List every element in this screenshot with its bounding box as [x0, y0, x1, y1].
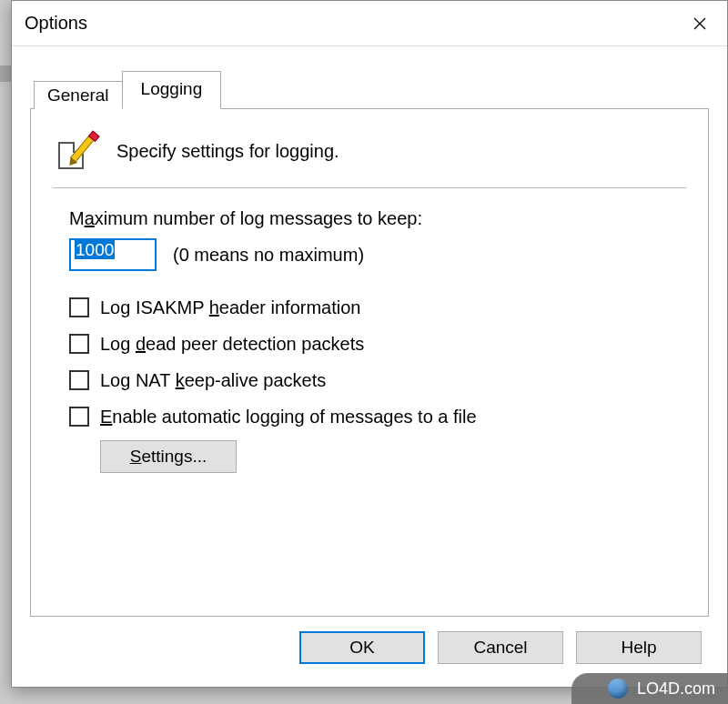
max-messages-input[interactable]: 1000 — [69, 238, 157, 271]
tab-general[interactable]: General — [34, 81, 123, 109]
globe-icon — [608, 679, 628, 699]
options-dialog: Options General Logging Specify settings… — [11, 0, 728, 688]
divider — [53, 187, 686, 188]
max-messages-hint: (0 means no maximum) — [173, 245, 364, 266]
checkbox-list: Log ISAKMP header information Log dead p… — [69, 295, 686, 429]
help-button[interactable]: Help — [576, 631, 702, 664]
settings-button[interactable]: Settings... — [100, 440, 237, 473]
tab-logging[interactable]: Logging — [122, 71, 222, 109]
check-nat-keepalive[interactable]: Log NAT keep-alive packets — [69, 367, 686, 393]
max-messages-row: 1000 (0 means no maximum) — [69, 238, 686, 271]
checkbox-icon — [69, 297, 89, 317]
pencil-note-icon — [56, 131, 96, 171]
max-messages-label: Maximum number of log messages to keep: — [69, 208, 686, 229]
checkbox-label: Log NAT keep-alive packets — [100, 367, 326, 393]
cancel-button[interactable]: Cancel — [438, 631, 563, 664]
ok-button[interactable]: OK — [299, 631, 425, 664]
checkbox-label: Log ISAKMP header information — [100, 295, 360, 320]
tab-strip: General Logging — [30, 70, 709, 109]
settings-row: Settings... — [69, 440, 686, 473]
form-body: Maximum number of log messages to keep: … — [53, 208, 686, 473]
checkbox-icon — [69, 370, 89, 390]
client-area: General Logging Specify settings for log… — [12, 46, 727, 687]
checkbox-label: Log dead peer detection packets — [100, 331, 364, 357]
panel-header: Specify settings for logging. — [53, 127, 686, 187]
watermark: LO4D.com — [571, 673, 728, 704]
close-icon — [693, 16, 707, 31]
titlebar: Options — [12, 1, 727, 46]
checkbox-icon — [69, 334, 89, 354]
tab-panel-logging: Specify settings for logging. Maximum nu… — [30, 109, 709, 617]
check-dead-peer[interactable]: Log dead peer detection packets — [69, 331, 686, 357]
checkbox-icon — [69, 407, 89, 427]
panel-description: Specify settings for logging. — [116, 141, 339, 162]
watermark-text: LO4D.com — [637, 679, 715, 699]
dialog-buttons: OK Cancel Help — [30, 617, 709, 664]
checkbox-label: Enable automatic logging of messages to … — [100, 404, 477, 429]
check-enable-file-logging[interactable]: Enable automatic logging of messages to … — [69, 404, 686, 429]
check-isakmp-header[interactable]: Log ISAKMP header information — [69, 295, 686, 320]
close-button[interactable] — [683, 10, 716, 37]
window-title: Options — [25, 13, 87, 34]
